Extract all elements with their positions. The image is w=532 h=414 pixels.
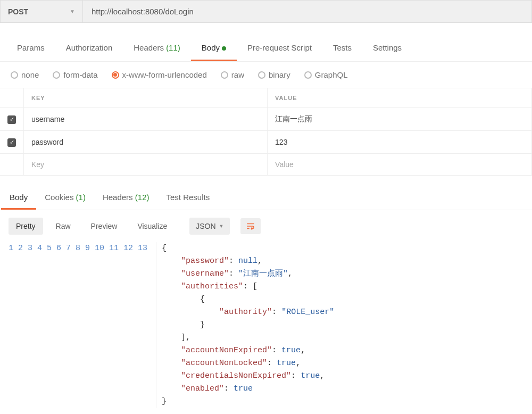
line-numbers: 1 2 3 4 5 6 7 8 9 10 11 12 13 bbox=[9, 242, 156, 408]
radio-icon bbox=[112, 71, 119, 79]
method-label: POST bbox=[8, 7, 28, 16]
tab-params[interactable]: Params bbox=[6, 36, 55, 61]
request-bar: POST ▼ bbox=[0, 0, 532, 23]
response-view-toolbar: Pretty Raw Preview Visualize JSON ▼ bbox=[0, 210, 532, 242]
table-row: ✓ password 123 bbox=[0, 131, 532, 154]
radio-binary[interactable]: binary bbox=[258, 70, 290, 79]
radio-icon bbox=[221, 71, 228, 79]
tab-body[interactable]: Body bbox=[191, 36, 237, 61]
tab-headers[interactable]: Headers (11) bbox=[123, 36, 191, 61]
radio-icon bbox=[304, 71, 312, 79]
key-placeholder[interactable]: Key bbox=[24, 153, 268, 175]
key-header: KEY bbox=[24, 88, 268, 108]
format-select[interactable]: JSON ▼ bbox=[189, 218, 230, 235]
chevron-down-icon: ▼ bbox=[70, 9, 75, 14]
view-raw-button[interactable]: Raw bbox=[48, 218, 78, 235]
tab-settings[interactable]: Settings bbox=[362, 36, 412, 61]
radio-graphql[interactable]: GraphQL bbox=[304, 70, 348, 79]
tab-tests[interactable]: Tests bbox=[322, 36, 362, 61]
table-row-empty: Key Value bbox=[0, 153, 532, 175]
wrap-lines-button[interactable] bbox=[240, 218, 261, 234]
resp-tab-body[interactable]: Body bbox=[1, 186, 36, 210]
value-header: VALUE bbox=[268, 88, 532, 108]
code-content[interactable]: { "password": null, "username": "江南一点雨",… bbox=[156, 242, 532, 408]
url-input[interactable] bbox=[83, 1, 531, 22]
wrap-icon bbox=[246, 221, 255, 231]
view-pretty-button[interactable]: Pretty bbox=[9, 218, 43, 235]
value-cell[interactable]: 江南一点雨 bbox=[268, 108, 532, 131]
radio-icon bbox=[258, 71, 265, 79]
key-cell[interactable]: username bbox=[24, 108, 268, 131]
resp-tab-cookies[interactable]: Cookies (1) bbox=[36, 186, 94, 210]
row-checkbox[interactable]: ✓ bbox=[7, 115, 16, 124]
value-cell[interactable]: 123 bbox=[268, 131, 532, 154]
body-active-dot-icon bbox=[222, 46, 226, 51]
view-visualize-button[interactable]: Visualize bbox=[130, 218, 174, 235]
headers-count-badge: (11) bbox=[166, 43, 180, 52]
view-preview-button[interactable]: Preview bbox=[84, 218, 125, 235]
body-params-table: KEY VALUE ✓ username 江南一点雨 ✓ password 12… bbox=[0, 88, 532, 176]
body-type-radios: none form-data x-www-form-urlencoded raw… bbox=[0, 62, 532, 88]
request-tabs: Params Authorization Headers (11) Body P… bbox=[0, 36, 532, 62]
chevron-down-icon: ▼ bbox=[219, 223, 224, 229]
resp-tab-headers[interactable]: Headers (12) bbox=[94, 186, 158, 210]
radio-formdata[interactable]: form-data bbox=[53, 70, 97, 79]
resp-tab-testresults[interactable]: Test Results bbox=[157, 186, 218, 210]
response-code: 1 2 3 4 5 6 7 8 9 10 11 12 13 { "passwor… bbox=[0, 242, 532, 413]
tab-authorization[interactable]: Authorization bbox=[55, 36, 123, 61]
response-tabs: Body Cookies (1) Headers (12) Test Resul… bbox=[0, 186, 532, 210]
method-select[interactable]: POST ▼ bbox=[1, 1, 83, 22]
tab-prerequest[interactable]: Pre-request Script bbox=[237, 36, 322, 61]
radio-icon bbox=[11, 71, 18, 79]
key-cell[interactable]: password bbox=[24, 131, 268, 154]
row-checkbox[interactable]: ✓ bbox=[7, 138, 16, 147]
value-placeholder[interactable]: Value bbox=[268, 153, 532, 175]
radio-raw[interactable]: raw bbox=[221, 70, 244, 79]
radio-none[interactable]: none bbox=[11, 70, 39, 79]
radio-urlencoded[interactable]: x-www-form-urlencoded bbox=[112, 70, 207, 79]
checkbox-header bbox=[0, 88, 24, 108]
radio-icon bbox=[53, 71, 60, 79]
table-row: ✓ username 江南一点雨 bbox=[0, 108, 532, 131]
